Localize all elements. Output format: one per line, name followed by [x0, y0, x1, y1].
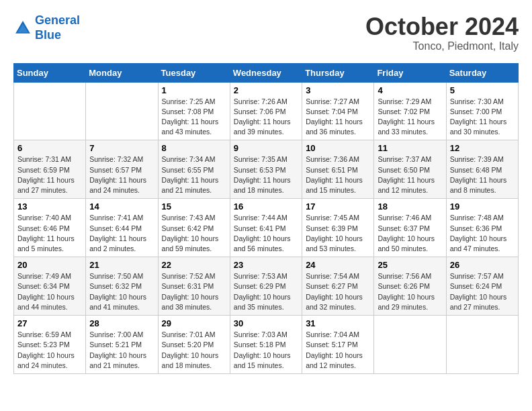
- day-number: 30: [234, 318, 298, 328]
- day-info: Sunrise: 7:39 AMSunset: 6:48 PMDaylight:…: [450, 154, 515, 195]
- week-row-2: 6Sunrise: 7:31 AMSunset: 6:59 PMDaylight…: [14, 140, 519, 199]
- month-title: October 2024: [365, 13, 519, 40]
- day-info: Sunrise: 7:34 AMSunset: 6:55 PMDaylight:…: [162, 154, 226, 195]
- weekday-monday: Monday: [86, 63, 158, 82]
- weekday-sunday: Sunday: [14, 63, 86, 82]
- day-info: Sunrise: 7:40 AMSunset: 6:46 PMDaylight:…: [17, 213, 82, 254]
- day-number: 1: [162, 85, 226, 95]
- day-info: Sunrise: 7:00 AMSunset: 5:21 PMDaylight:…: [89, 330, 154, 371]
- calendar-cell: 19Sunrise: 7:48 AMSunset: 6:36 PMDayligh…: [446, 199, 518, 257]
- day-info: Sunrise: 7:31 AMSunset: 6:59 PMDaylight:…: [17, 154, 82, 195]
- calendar-cell: 18Sunrise: 7:46 AMSunset: 6:37 PMDayligh…: [374, 199, 446, 257]
- calendar-cell: 24Sunrise: 7:54 AMSunset: 6:27 PMDayligh…: [302, 257, 374, 316]
- calendar-cell: 5Sunrise: 7:30 AMSunset: 7:00 PMDaylight…: [446, 82, 518, 140]
- day-info: Sunrise: 6:59 AMSunset: 5:23 PMDaylight:…: [17, 330, 82, 371]
- logo-text: General Blue: [35, 13, 80, 42]
- calendar-cell: 6Sunrise: 7:31 AMSunset: 6:59 PMDaylight…: [14, 140, 86, 199]
- day-number: 22: [162, 260, 226, 270]
- calendar-cell: 23Sunrise: 7:53 AMSunset: 6:29 PMDayligh…: [230, 257, 302, 316]
- weekday-saturday: Saturday: [446, 63, 518, 82]
- calendar-cell: 4Sunrise: 7:29 AMSunset: 7:02 PMDaylight…: [374, 82, 446, 140]
- week-row-5: 27Sunrise: 6:59 AMSunset: 5:23 PMDayligh…: [14, 316, 519, 374]
- day-number: 2: [234, 85, 298, 95]
- calendar-cell: 31Sunrise: 7:04 AMSunset: 5:17 PMDayligh…: [302, 316, 374, 374]
- calendar-cell: [374, 316, 446, 374]
- day-number: 21: [89, 260, 154, 270]
- day-number: 29: [162, 318, 226, 328]
- title-block: October 2024 Tonco, Piedmont, Italy: [365, 13, 519, 52]
- day-info: Sunrise: 7:26 AMSunset: 7:06 PMDaylight:…: [234, 97, 298, 138]
- day-number: 31: [306, 318, 370, 328]
- day-info: Sunrise: 7:49 AMSunset: 6:34 PMDaylight:…: [17, 271, 82, 312]
- calendar-cell: 22Sunrise: 7:52 AMSunset: 6:31 PMDayligh…: [158, 257, 230, 316]
- day-info: Sunrise: 7:36 AMSunset: 6:51 PMDaylight:…: [306, 154, 370, 195]
- day-number: 24: [306, 260, 370, 270]
- calendar-cell: 14Sunrise: 7:41 AMSunset: 6:44 PMDayligh…: [86, 199, 158, 257]
- day-info: Sunrise: 7:29 AMSunset: 7:02 PMDaylight:…: [378, 97, 442, 138]
- day-info: Sunrise: 7:54 AMSunset: 6:27 PMDaylight:…: [306, 271, 370, 312]
- logo-icon: [13, 19, 32, 38]
- day-number: 4: [378, 85, 442, 95]
- calendar-cell: 30Sunrise: 7:03 AMSunset: 5:18 PMDayligh…: [230, 316, 302, 374]
- calendar-table: SundayMondayTuesdayWednesdayThursdayFrid…: [13, 63, 519, 374]
- weekday-thursday: Thursday: [302, 63, 374, 82]
- calendar-cell: 13Sunrise: 7:40 AMSunset: 6:46 PMDayligh…: [14, 199, 86, 257]
- day-number: 18: [378, 201, 442, 212]
- week-row-3: 13Sunrise: 7:40 AMSunset: 6:46 PMDayligh…: [14, 199, 519, 257]
- day-number: 28: [89, 318, 154, 328]
- day-info: Sunrise: 7:35 AMSunset: 6:53 PMDaylight:…: [234, 154, 298, 195]
- day-info: Sunrise: 7:45 AMSunset: 6:39 PMDaylight:…: [306, 213, 370, 254]
- day-number: 25: [378, 260, 442, 270]
- day-info: Sunrise: 7:43 AMSunset: 6:42 PMDaylight:…: [162, 213, 226, 254]
- day-number: 10: [306, 143, 370, 153]
- week-row-1: 1Sunrise: 7:25 AMSunset: 7:08 PMDaylight…: [14, 82, 519, 140]
- calendar-cell: [86, 82, 158, 140]
- day-number: 23: [234, 260, 298, 270]
- calendar-cell: 8Sunrise: 7:34 AMSunset: 6:55 PMDaylight…: [158, 140, 230, 199]
- day-number: 20: [17, 260, 82, 270]
- day-number: 12: [450, 143, 515, 153]
- day-number: 26: [450, 260, 515, 270]
- day-info: Sunrise: 7:01 AMSunset: 5:20 PMDaylight:…: [162, 330, 226, 371]
- day-info: Sunrise: 7:48 AMSunset: 6:36 PMDaylight:…: [450, 213, 515, 254]
- calendar-cell: 21Sunrise: 7:50 AMSunset: 6:32 PMDayligh…: [86, 257, 158, 316]
- calendar-cell: 10Sunrise: 7:36 AMSunset: 6:51 PMDayligh…: [302, 140, 374, 199]
- calendar-cell: 25Sunrise: 7:56 AMSunset: 6:26 PMDayligh…: [374, 257, 446, 316]
- calendar-cell: 11Sunrise: 7:37 AMSunset: 6:50 PMDayligh…: [374, 140, 446, 199]
- calendar-cell: 27Sunrise: 6:59 AMSunset: 5:23 PMDayligh…: [14, 316, 86, 374]
- weekday-wednesday: Wednesday: [230, 63, 302, 82]
- calendar-cell: 26Sunrise: 7:57 AMSunset: 6:24 PMDayligh…: [446, 257, 518, 316]
- calendar-cell: 28Sunrise: 7:00 AMSunset: 5:21 PMDayligh…: [86, 316, 158, 374]
- day-info: Sunrise: 7:56 AMSunset: 6:26 PMDaylight:…: [378, 271, 442, 312]
- calendar-cell: 7Sunrise: 7:32 AMSunset: 6:57 PMDaylight…: [86, 140, 158, 199]
- calendar-cell: 16Sunrise: 7:44 AMSunset: 6:41 PMDayligh…: [230, 199, 302, 257]
- day-info: Sunrise: 7:50 AMSunset: 6:32 PMDaylight:…: [89, 271, 154, 312]
- day-number: 17: [306, 201, 370, 212]
- day-info: Sunrise: 7:03 AMSunset: 5:18 PMDaylight:…: [234, 330, 298, 371]
- day-info: Sunrise: 7:04 AMSunset: 5:17 PMDaylight:…: [306, 330, 370, 371]
- logo: General Blue: [13, 13, 80, 42]
- calendar-cell: 29Sunrise: 7:01 AMSunset: 5:20 PMDayligh…: [158, 316, 230, 374]
- weekday-header-row: SundayMondayTuesdayWednesdayThursdayFrid…: [14, 63, 519, 82]
- day-info: Sunrise: 7:46 AMSunset: 6:37 PMDaylight:…: [378, 213, 442, 254]
- day-info: Sunrise: 7:53 AMSunset: 6:29 PMDaylight:…: [234, 271, 298, 312]
- weekday-tuesday: Tuesday: [158, 63, 230, 82]
- day-number: 7: [89, 143, 154, 153]
- day-info: Sunrise: 7:52 AMSunset: 6:31 PMDaylight:…: [162, 271, 226, 312]
- week-row-4: 20Sunrise: 7:49 AMSunset: 6:34 PMDayligh…: [14, 257, 519, 316]
- day-info: Sunrise: 7:44 AMSunset: 6:41 PMDaylight:…: [234, 213, 298, 254]
- day-number: 16: [234, 201, 298, 212]
- day-number: 9: [234, 143, 298, 153]
- day-number: 6: [17, 143, 82, 153]
- location: Tonco, Piedmont, Italy: [365, 40, 519, 52]
- calendar-cell: [14, 82, 86, 140]
- calendar-cell: 1Sunrise: 7:25 AMSunset: 7:08 PMDaylight…: [158, 82, 230, 140]
- calendar-cell: 20Sunrise: 7:49 AMSunset: 6:34 PMDayligh…: [14, 257, 86, 316]
- day-number: 3: [306, 85, 370, 95]
- day-number: 27: [17, 318, 82, 328]
- day-info: Sunrise: 7:37 AMSunset: 6:50 PMDaylight:…: [378, 154, 442, 195]
- calendar-cell: 9Sunrise: 7:35 AMSunset: 6:53 PMDaylight…: [230, 140, 302, 199]
- day-info: Sunrise: 7:30 AMSunset: 7:00 PMDaylight:…: [450, 97, 515, 138]
- calendar-cell: 15Sunrise: 7:43 AMSunset: 6:42 PMDayligh…: [158, 199, 230, 257]
- day-info: Sunrise: 7:32 AMSunset: 6:57 PMDaylight:…: [89, 154, 154, 195]
